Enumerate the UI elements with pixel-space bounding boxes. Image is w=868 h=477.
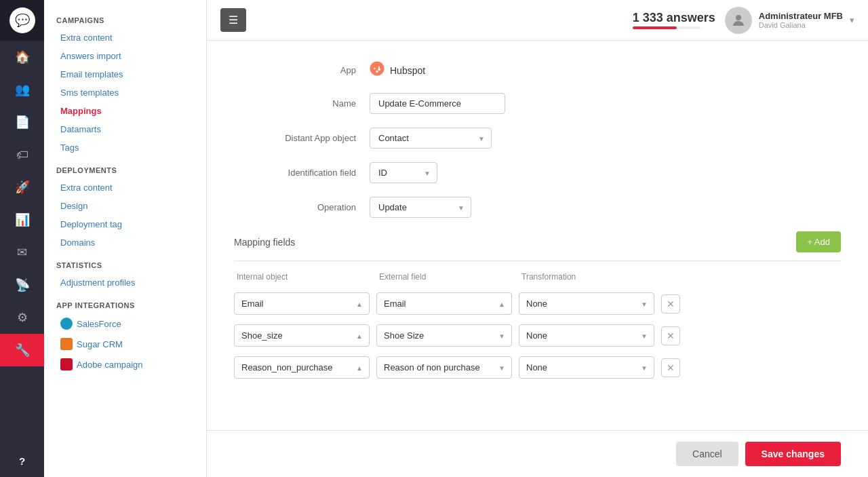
sidebar-item-datamarts[interactable]: Datamarts: [44, 120, 206, 138]
user-dropdown-icon[interactable]: ▾: [850, 15, 854, 25]
sidebar-item-sugar-crm[interactable]: Sugar CRM: [44, 334, 206, 354]
operation-select-wrap: Update Create Delete: [370, 197, 471, 218]
internal-select-3[interactable]: Email Shoe_size Reason_non_purchase: [234, 356, 370, 379]
app-display: Hubspot: [370, 61, 841, 79]
internal-select-wrap-3: Email Shoe_size Reason_non_purchase: [234, 356, 370, 379]
nav-icon-dashboard[interactable]: 🏠: [0, 41, 44, 73]
nav-icon-rocket[interactable]: 🚀: [0, 171, 44, 204]
answers-progress-bar: [633, 26, 701, 29]
transformation-select-wrap-2: None Uppercase Lowercase Trim: [519, 324, 654, 347]
operation-select[interactable]: Update Create Delete: [370, 197, 471, 218]
sidebar-item-deployment-tag[interactable]: Deployment tag: [44, 215, 206, 233]
hamburger-button[interactable]: ☰: [220, 8, 246, 32]
identification-select[interactable]: ID Email: [370, 162, 437, 183]
sidebar-item-adjustment-profiles[interactable]: Adjustment profiles: [44, 273, 206, 292]
sidebar-item-extra-content-deployments[interactable]: Extra content: [44, 178, 206, 197]
nav-icon-help[interactable]: ?: [0, 444, 44, 477]
external-select-2[interactable]: Email Shoe Size Reason of non purchase: [376, 324, 512, 347]
sidebar-item-extra-content-campaigns[interactable]: Extra content: [44, 28, 206, 47]
sidebar-item-answers-import[interactable]: Answers import: [44, 47, 206, 65]
mapping-title: Mapping fields: [234, 237, 295, 248]
internal-select-2[interactable]: Email Shoe_size Reason_non_purchase: [234, 324, 370, 347]
app-row: App Hubspot: [234, 61, 841, 79]
remove-row-2-button[interactable]: ✕: [661, 326, 680, 345]
remove-row-1-button[interactable]: ✕: [661, 294, 680, 313]
name-control-wrap: [370, 93, 841, 114]
mapping-header: Mapping fields + Add: [234, 231, 841, 261]
user-sub: David Galiana: [759, 21, 843, 29]
name-input[interactable]: [370, 93, 505, 114]
sidebar-item-tags[interactable]: Tags: [44, 138, 206, 157]
svg-point-1: [370, 61, 384, 75]
nav-icon-rss[interactable]: 📡: [0, 269, 44, 301]
col-transformation-header: Transformation: [519, 272, 654, 287]
svg-point-0: [736, 15, 741, 20]
answers-number: 1 333 answers: [633, 11, 715, 25]
distant-app-select[interactable]: Contact Lead Company: [370, 128, 492, 149]
adobe-icon: [60, 358, 73, 370]
external-select-3[interactable]: Email Shoe Size Reason of non purchase: [376, 356, 512, 379]
mapping-row-3: Email Shoe_size Reason_non_purchase Emai…: [234, 356, 841, 379]
svg-point-2: [379, 69, 381, 71]
nav-icon-document[interactable]: 📄: [0, 106, 44, 138]
remove-row-3-button[interactable]: ✕: [661, 358, 680, 377]
nav-icon-mail[interactable]: ✉: [0, 236, 44, 269]
identification-label: Identification field: [234, 168, 370, 178]
internal-select-1[interactable]: Email Shoe_size Reason_non_purchase: [234, 292, 370, 315]
nav-icon-chart[interactable]: 📊: [0, 204, 44, 236]
nav-icon-settings[interactable]: ⚙: [0, 301, 44, 334]
cancel-button[interactable]: Cancel: [676, 442, 738, 466]
sidebar-item-sms-templates[interactable]: Sms templates: [44, 83, 206, 102]
distant-app-control-wrap: Contact Lead Company: [370, 128, 841, 149]
sidebar-item-email-templates[interactable]: Email templates: [44, 65, 206, 83]
save-button[interactable]: Save changes: [745, 442, 841, 466]
nav-icon-users[interactable]: 👥: [0, 73, 44, 106]
mapping-columns-header: Internal object External field Transform…: [234, 272, 841, 287]
identification-control-wrap: ID Email: [370, 162, 841, 183]
external-select-wrap-2: Email Shoe Size Reason of non purchase: [376, 324, 512, 347]
app-value-wrap: Hubspot: [370, 61, 841, 79]
sugar-icon: [60, 338, 73, 350]
sidebar-item-adobe-campaign[interactable]: Adobe campaign: [44, 354, 206, 375]
answers-count-display: 1 333 answers: [633, 11, 715, 29]
mapping-row-1: Email Shoe_size Reason_non_purchase Emai…: [234, 292, 841, 315]
app-name: Hubspot: [390, 65, 425, 76]
operation-row: Operation Update Create Delete: [234, 197, 841, 218]
salesforce-icon: [60, 318, 73, 330]
transformation-select-2[interactable]: None Uppercase Lowercase Trim: [519, 324, 654, 347]
sidebar-item-salesforce[interactable]: SalesForce: [44, 313, 206, 334]
operation-control-wrap: Update Create Delete: [370, 197, 841, 218]
transformation-select-wrap-1: None Uppercase Lowercase Trim: [519, 292, 654, 315]
campaigns-section-title: CAMPAIGNS: [44, 7, 206, 28]
distant-app-label: Distant App object: [234, 133, 370, 143]
internal-select-wrap-2: Email Shoe_size Reason_non_purchase: [234, 324, 370, 347]
distant-app-row: Distant App object Contact Lead Company: [234, 128, 841, 149]
page-content: App Hubspot Name: [207, 41, 868, 430]
avatar: [725, 7, 752, 34]
sidebar-item-design[interactable]: Design: [44, 197, 206, 215]
external-select-1[interactable]: Email Shoe Size Reason of non purchase: [376, 292, 512, 315]
page-footer: Cancel Save changes: [207, 430, 868, 477]
col-internal-header: Internal object: [234, 272, 370, 287]
col-action-header: [661, 272, 688, 287]
name-label: Name: [234, 98, 370, 109]
add-mapping-button[interactable]: + Add: [796, 231, 841, 252]
hubspot-icon: [370, 61, 384, 79]
nav-icon-tags[interactable]: 🏷: [0, 138, 44, 171]
topbar-left: ☰: [220, 8, 246, 32]
user-details: Administrateur MFB David Galiana: [759, 11, 843, 29]
transformation-select-1[interactable]: None Uppercase Lowercase Trim: [519, 292, 654, 315]
col-external-header: External field: [376, 272, 512, 287]
identification-row: Identification field ID Email: [234, 162, 841, 183]
nav-icon-admin[interactable]: 🔧: [0, 334, 44, 366]
transformation-select-wrap-3: None Uppercase Lowercase Trim: [519, 356, 654, 379]
sidebar-item-domains[interactable]: Domains: [44, 233, 206, 252]
external-select-wrap-3: Email Shoe Size Reason of non purchase: [376, 356, 512, 379]
user-info: Administrateur MFB David Galiana ▾: [725, 7, 854, 34]
sidebar-item-mappings[interactable]: Mappings: [44, 102, 206, 120]
transformation-select-3[interactable]: None Uppercase Lowercase Trim: [519, 356, 654, 379]
app-integrations-section-title: APP INTEGRATIONS: [44, 292, 206, 313]
name-row: Name: [234, 93, 841, 114]
distant-app-select-wrap: Contact Lead Company: [370, 128, 492, 149]
main-content: ☰ 1 333 answers Administrateur MFB David…: [207, 0, 868, 477]
